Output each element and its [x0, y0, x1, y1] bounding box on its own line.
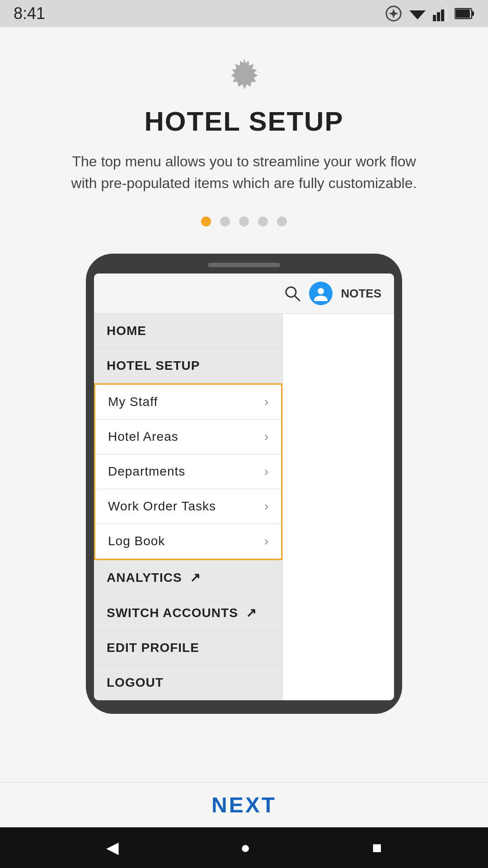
- work-order-tasks-label: Work Order Tasks: [108, 499, 216, 514]
- screen-top-bar-right: NOTES: [284, 282, 381, 305]
- status-bar: 8:41: [0, 0, 488, 27]
- menu-item-logout[interactable]: LOGOUT: [94, 665, 282, 700]
- menu-item-switch-accounts[interactable]: SWITCH ACCOUNTS ↗: [94, 595, 282, 631]
- home-button[interactable]: ●: [240, 838, 250, 857]
- page-title: HOTEL SETUP: [145, 106, 344, 137]
- svg-rect-7: [441, 9, 444, 21]
- departments-label: Departments: [108, 464, 185, 479]
- user-icon: [313, 286, 328, 301]
- menu-item-edit-profile[interactable]: EDIT PROFILE: [94, 631, 282, 665]
- svg-rect-8: [445, 6, 448, 21]
- wifi-icon: [408, 7, 427, 20]
- dot-2[interactable]: [220, 217, 230, 226]
- menu-item-log-book[interactable]: Log Book ›: [95, 524, 281, 559]
- hotel-areas-label: Hotel Areas: [108, 429, 178, 444]
- android-nav-bar: ◀ ● ■: [0, 827, 488, 868]
- page-subtitle: The top menu allows you to streamline yo…: [59, 151, 429, 194]
- gear-icon-container: [224, 54, 264, 97]
- notes-label: NOTES: [341, 287, 381, 301]
- log-book-label: Log Book: [108, 534, 165, 548]
- signal-icon: [433, 6, 448, 21]
- main-content: HOTEL SETUP The top menu allows you to s…: [0, 27, 488, 782]
- menu-item-home-label: HOME: [107, 324, 146, 338]
- my-staff-label: My Staff: [108, 395, 158, 409]
- chevron-departments: ›: [264, 464, 268, 479]
- avatar[interactable]: [309, 282, 333, 305]
- svg-rect-10: [472, 11, 474, 16]
- menu-item-hotel-areas[interactable]: Hotel Areas ›: [95, 420, 281, 454]
- notification-icon: [385, 5, 402, 22]
- switch-accounts-label: SWITCH ACCOUNTS ↗: [107, 605, 257, 620]
- search-icon[interactable]: [284, 285, 301, 302]
- gear-icon: [224, 54, 264, 95]
- screen-layout: HOME HOTEL SETUP My Staff › Hotel Areas: [94, 314, 394, 700]
- status-icons: [385, 5, 474, 22]
- chevron-log-book: ›: [264, 534, 268, 548]
- hotel-setup-submenu: My Staff › Hotel Areas › Departments ›: [94, 383, 282, 560]
- status-time: 8:41: [14, 4, 45, 23]
- svg-rect-5: [433, 15, 436, 21]
- back-button[interactable]: ◀: [106, 838, 119, 857]
- bottom-bar: NEXT: [0, 782, 488, 827]
- dot-1[interactable]: [201, 217, 211, 226]
- menu-item-hotel-setup[interactable]: HOTEL SETUP: [94, 349, 282, 383]
- svg-marker-4: [409, 10, 426, 19]
- svg-line-14: [295, 296, 300, 301]
- phone-speaker: [208, 263, 280, 267]
- phone-screen: NOTES HOME HOTEL SETUP My Staf: [94, 274, 394, 700]
- chevron-my-staff: ›: [264, 395, 268, 409]
- dot-4[interactable]: [258, 217, 268, 226]
- svg-rect-11: [455, 9, 470, 18]
- chevron-hotel-areas: ›: [264, 429, 268, 444]
- svg-point-15: [318, 288, 324, 294]
- analytics-label: ANALYTICS ↗: [107, 570, 201, 585]
- menu-item-work-order-tasks[interactable]: Work Order Tasks ›: [95, 489, 281, 524]
- pagination-dots: [201, 217, 287, 226]
- menu-column: HOME HOTEL SETUP My Staff › Hotel Areas: [94, 314, 283, 700]
- menu-item-hotel-setup-label: HOTEL SETUP: [107, 359, 200, 373]
- content-column: [283, 314, 394, 700]
- menu-item-analytics[interactable]: ANALYTICS ↗: [94, 560, 282, 595]
- menu-item-home[interactable]: HOME: [94, 314, 282, 349]
- dot-5[interactable]: [277, 217, 287, 226]
- chevron-work-order-tasks: ›: [264, 499, 268, 514]
- logout-label: LOGOUT: [107, 675, 164, 690]
- recents-button[interactable]: ■: [372, 838, 382, 857]
- dot-3[interactable]: [239, 217, 249, 226]
- svg-rect-6: [437, 12, 440, 21]
- battery-icon: [455, 7, 474, 20]
- svg-point-3: [391, 11, 396, 16]
- next-button[interactable]: NEXT: [211, 793, 277, 817]
- menu-item-departments[interactable]: Departments ›: [95, 454, 281, 489]
- phone-mockup: NOTES HOME HOTEL SETUP My Staf: [86, 254, 402, 714]
- edit-profile-label: EDIT PROFILE: [107, 641, 199, 655]
- menu-item-my-staff[interactable]: My Staff ›: [95, 385, 281, 420]
- screen-top-bar: NOTES: [94, 274, 394, 314]
